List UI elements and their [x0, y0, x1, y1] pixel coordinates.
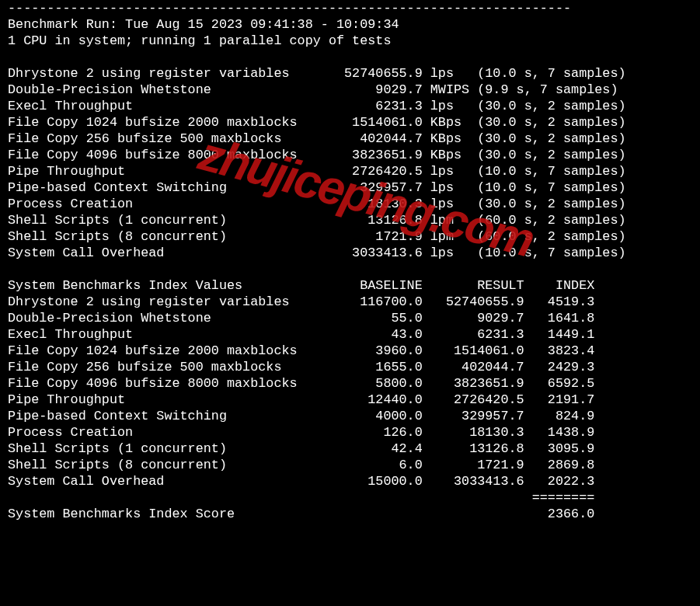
terminal-output: ----------------------------------------…	[0, 0, 700, 522]
